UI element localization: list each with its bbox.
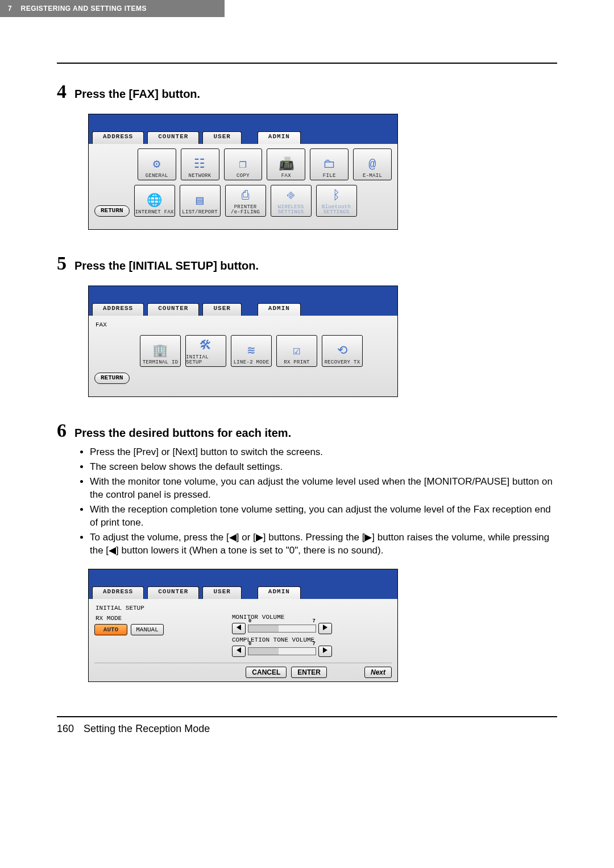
tab-user[interactable]: USER bbox=[202, 131, 241, 144]
completion-tone-slider[interactable] bbox=[248, 647, 316, 655]
breadcrumb: INITIAL SETUP bbox=[96, 605, 392, 611]
step-title: Press the [INITIAL SETUP] button. bbox=[74, 259, 259, 272]
triangle-right-icon bbox=[323, 625, 327, 630]
wireless-settings-icon-button: ⎆WIRELESS SETTINGS bbox=[271, 185, 312, 217]
general-icon: ⚙ bbox=[153, 159, 161, 171]
bluetooth-settings-icon-button: ᛒBluetooth SETTINGS bbox=[316, 185, 357, 217]
triangle-right-icon bbox=[323, 647, 327, 653]
initial-setup-icon: 🛠 bbox=[200, 340, 212, 353]
triangle-left-icon bbox=[237, 647, 241, 653]
return-button[interactable]: RETURN bbox=[94, 205, 130, 217]
admin-menu-screenshot: ADDRESS COUNTER USER ADMIN ⚙GENERAL ☷NET… bbox=[88, 114, 398, 230]
page-footer: 160 Setting the Reception Mode bbox=[0, 723, 614, 752]
internet-fax-icon-button[interactable]: 🌐INTERNET FAX bbox=[134, 185, 175, 217]
list-item: Press the [Prev] or [Next] button to swi… bbox=[90, 446, 557, 459]
monitor-volume-increase-button[interactable] bbox=[318, 623, 332, 634]
copy-icon: ❐ bbox=[239, 159, 247, 171]
step-title: Press the [FAX] button. bbox=[74, 88, 200, 101]
recovery-tx-icon-button[interactable]: ⟲RECOVERY TX bbox=[322, 335, 363, 367]
recovery-tx-icon: ⟲ bbox=[337, 345, 347, 358]
tab-address[interactable]: ADDRESS bbox=[92, 131, 144, 144]
bluetooth-icon: ᛒ bbox=[333, 190, 340, 202]
tab-address[interactable]: ADDRESS bbox=[92, 586, 144, 599]
tab-admin[interactable]: ADMIN bbox=[258, 586, 301, 599]
top-divider bbox=[57, 63, 557, 64]
fax-icon-button[interactable]: 📠FAX bbox=[267, 148, 305, 180]
list-item: To adjust the volume, press the [◀] or [… bbox=[90, 531, 557, 557]
step-title: Press the desired buttons for each item. bbox=[74, 427, 291, 440]
general-icon-button[interactable]: ⚙GENERAL bbox=[138, 148, 176, 180]
rx-mode-manual-button[interactable]: MANUAL bbox=[131, 624, 164, 635]
list-item: With the reception completion tone volum… bbox=[90, 503, 557, 530]
tab-user[interactable]: USER bbox=[202, 586, 241, 599]
printer-icon: ⎙ bbox=[242, 190, 249, 202]
copy-icon-button[interactable]: ❐COPY bbox=[224, 148, 263, 180]
terminal-id-icon-button[interactable]: 🏢TERMINAL ID bbox=[140, 335, 181, 367]
bottom-divider bbox=[57, 716, 557, 717]
triangle-left-icon bbox=[237, 625, 241, 630]
initial-setup-icon-button[interactable]: 🛠INITIAL SETUP bbox=[185, 335, 226, 367]
monitor-volume-label: MONITOR VOLUME bbox=[232, 614, 332, 621]
terminal-id-icon: 🏢 bbox=[152, 345, 168, 358]
monitor-volume-decrease-button[interactable] bbox=[232, 623, 246, 634]
fax-icon: 📠 bbox=[279, 159, 294, 171]
tab-counter[interactable]: COUNTER bbox=[147, 303, 199, 316]
chapter-title: REGISTERING AND SETTING ITEMS bbox=[21, 5, 147, 13]
next-button[interactable]: Next bbox=[364, 667, 392, 678]
internet-fax-icon: 🌐 bbox=[147, 195, 162, 208]
network-icon-button[interactable]: ☷NETWORK bbox=[181, 148, 219, 180]
file-icon: 🗀 bbox=[323, 159, 335, 171]
wireless-icon: ⎆ bbox=[287, 190, 294, 202]
step-number: 6 bbox=[57, 420, 67, 441]
monitor-volume-slider[interactable] bbox=[248, 625, 316, 633]
list-item: The screen below shows the default setti… bbox=[90, 461, 557, 474]
tab-admin[interactable]: ADMIN bbox=[258, 303, 301, 316]
breadcrumb: FAX bbox=[96, 321, 392, 328]
enter-button[interactable]: ENTER bbox=[291, 667, 327, 678]
tab-address[interactable]: ADDRESS bbox=[92, 303, 144, 316]
chapter-number: 7 bbox=[8, 5, 12, 13]
completion-tone-decrease-button[interactable] bbox=[232, 646, 246, 657]
rx-mode-label: RX MODE bbox=[96, 615, 164, 622]
rx-print-icon-button[interactable]: ☑RX PRINT bbox=[276, 335, 317, 367]
step6-bullet-list: Press the [Prev] or [Next] button to swi… bbox=[78, 446, 557, 557]
email-icon-button[interactable]: @E-MAIL bbox=[353, 148, 392, 180]
file-icon-button[interactable]: 🗀FILE bbox=[310, 148, 349, 180]
line2-mode-icon: ≋ bbox=[247, 345, 255, 358]
line2-mode-icon-button[interactable]: ≋LINE-2 MODE bbox=[231, 335, 272, 367]
completion-tone-increase-button[interactable] bbox=[318, 646, 332, 657]
tab-counter[interactable]: COUNTER bbox=[147, 131, 199, 144]
completion-tone-label: COMPLETION TONE VOLUME bbox=[232, 636, 332, 643]
cancel-button[interactable]: CANCEL bbox=[246, 667, 287, 678]
fax-menu-screenshot: ADDRESS COUNTER USER ADMIN FAX 🏢TERMINAL… bbox=[88, 286, 398, 397]
tab-counter[interactable]: COUNTER bbox=[147, 586, 199, 599]
list-item: With the monitor tone volume, you can ad… bbox=[90, 476, 557, 502]
step-number: 5 bbox=[57, 253, 67, 274]
initial-setup-screenshot: ADDRESS COUNTER USER ADMIN INITIAL SETUP… bbox=[88, 569, 398, 682]
chapter-header: 7 REGISTERING AND SETTING ITEMS bbox=[0, 0, 225, 17]
network-icon: ☷ bbox=[194, 159, 205, 171]
step-number: 4 bbox=[57, 81, 67, 102]
rx-mode-auto-button[interactable]: AUTO bbox=[94, 624, 127, 635]
return-button[interactable]: RETURN bbox=[94, 373, 130, 384]
email-icon: @ bbox=[368, 159, 376, 171]
rx-print-icon: ☑ bbox=[293, 345, 301, 358]
footer-title: Setting the Reception Mode bbox=[84, 723, 210, 734]
page-number: 160 bbox=[57, 723, 74, 734]
tab-admin[interactable]: ADMIN bbox=[258, 131, 301, 144]
list-report-icon-button[interactable]: ▤LIST/REPORT bbox=[180, 185, 221, 217]
tab-user[interactable]: USER bbox=[202, 303, 241, 316]
printer-efiling-icon-button[interactable]: ⎙PRINTER /e-FILING bbox=[225, 185, 266, 217]
list-report-icon: ▤ bbox=[196, 195, 204, 208]
